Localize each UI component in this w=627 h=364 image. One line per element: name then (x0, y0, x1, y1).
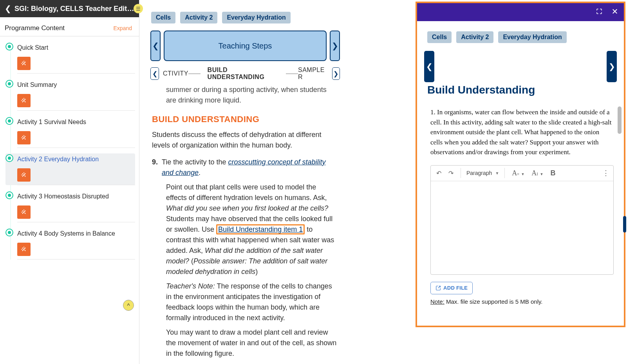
divider (17, 73, 135, 74)
divider (17, 259, 135, 259)
toc-label: Activity 2 Everyday Hydration (17, 153, 135, 165)
teachers-note: Teacher's Note: The response of the cell… (152, 281, 338, 323)
editor-toolbar: ↶ ↷ Paragraph▼ A≡ ▼ AI ▼ B ⋮ (431, 166, 613, 181)
divider (17, 148, 135, 148)
status-dot-icon (5, 43, 13, 50)
undo-icon[interactable]: ↶ (435, 168, 443, 178)
toc-item-activity2[interactable]: Activity 2 Everyday Hydration (5, 153, 135, 185)
crumb-hydration[interactable]: Everyday Hydration (498, 31, 566, 43)
redo-icon[interactable]: ↷ (447, 168, 455, 178)
chevron-down-icon: ▼ (495, 171, 499, 175)
bold-icon[interactable]: B (549, 168, 557, 178)
toc-label: Activity 4 Body Systems in Balance (17, 228, 135, 240)
step-next-button[interactable]: ❯ (330, 31, 340, 61)
launch-icon[interactable] (17, 168, 31, 182)
section-heading: BUILD UNDERSTANDING (152, 113, 338, 126)
launch-icon[interactable] (17, 243, 31, 256)
add-file-button[interactable]: ADD FILE (430, 282, 473, 294)
toc-label: Activity 3 Homeostasis Disrupted (17, 191, 135, 202)
toc-item-activity1[interactable]: Activity 1 Survival Needs (5, 116, 135, 148)
sub-nav: ❮ CTIVITY BUILD UNDERSTANDING SAMPLE R ❯ (150, 67, 340, 81)
step-number: 9. (152, 157, 158, 178)
launch-icon[interactable] (17, 131, 31, 144)
toc-item-quickstart[interactable]: Quick Start (5, 42, 135, 74)
resize-handle-icon[interactable] (623, 216, 626, 232)
subnav-next-button[interactable]: ❯ (332, 67, 340, 80)
panel-nav: ❮ ❯ (417, 43, 624, 82)
subnav-center: BUILD UNDERSTANDING (208, 67, 279, 81)
toc-label: Activity 1 Survival Needs (17, 116, 135, 128)
panel-next-button[interactable]: ❯ (607, 51, 617, 82)
crumb-activity2[interactable]: Activity 2 (456, 31, 493, 43)
toc-item-unitsummary[interactable]: Unit Summary (5, 79, 135, 111)
font-size-icon[interactable]: AI ▼ (530, 168, 545, 178)
launch-icon[interactable] (17, 94, 31, 107)
build-item1-link[interactable]: Build Understanding item 1 (218, 225, 303, 233)
crumb-cells[interactable]: Cells (151, 12, 175, 23)
main-panel: Cells Activity 2 Everyday Hydration ❮ Te… (139, 0, 351, 364)
expand-button[interactable]: Expand (114, 25, 132, 31)
content-body: summer or during a sporting activity, wh… (139, 81, 351, 364)
step-title: Teaching Steps (164, 31, 327, 61)
programme-label: Programme Content (5, 24, 65, 32)
step-nav: ❮ Teaching Steps ❯ (150, 31, 340, 61)
course-title: SGI: Biology, CELLS Teacher Edition, ... (14, 5, 135, 13)
step-lead: Tie the activity to the crosscutting con… (162, 157, 338, 178)
font-icon[interactable]: A≡ ▼ (510, 168, 526, 178)
status-dot-icon (5, 229, 13, 236)
breadcrumb: Cells Activity 2 Everyday Hydration (139, 0, 351, 23)
separator (504, 168, 505, 178)
divider (17, 222, 135, 222)
status-dot-icon (5, 191, 13, 199)
close-icon[interactable] (611, 8, 618, 17)
expand-icon[interactable] (596, 8, 603, 17)
launch-icon[interactable] (17, 205, 31, 219)
divider (17, 185, 135, 185)
line-icon (286, 74, 298, 74)
subnav-left: CTIVITY (163, 70, 188, 77)
scroll-up-icon[interactable]: ^ (123, 300, 134, 311)
crumb-hydration[interactable]: Everyday Hydration (222, 12, 290, 23)
paragraph: Point out that plant cells were used to … (152, 182, 338, 277)
file-note: Note: Max. file size supported is 5 MB o… (430, 298, 624, 305)
editor-textarea[interactable] (431, 181, 613, 274)
sidebar: ❮ SGI: Biology, CELLS Teacher Edition, .… (0, 0, 139, 364)
panel-header (417, 3, 624, 21)
divider (17, 110, 135, 111)
crumb-cells[interactable]: Cells (427, 31, 452, 43)
panel-breadcrumb: Cells Activity 2 Everyday Hydration (417, 21, 624, 43)
sidebar-header: ❮ SGI: Biology, CELLS Teacher Edition, .… (0, 0, 139, 17)
question-text: 1. In organisms, water can flow between … (417, 99, 624, 157)
toc-item-activity4[interactable]: Activity 4 Body Systems in Balance (5, 228, 135, 259)
panel-prev-button[interactable]: ❮ (424, 51, 434, 82)
toc-item-activity3[interactable]: Activity 3 Homeostasis Disrupted (5, 191, 135, 222)
status-dot-icon (5, 117, 13, 125)
programme-row: Programme Content Expand (0, 17, 139, 36)
status-dot-icon (5, 80, 13, 88)
toc: Quick Start Unit Summary Activity 1 Surv… (0, 36, 139, 259)
crumb-activity2[interactable]: Activity 2 (180, 12, 217, 23)
panel-title: Build Understanding (417, 82, 624, 99)
right-panel: Cells Activity 2 Everyday Hydration ❮ ❯ … (416, 2, 625, 327)
subnav-prev-button[interactable]: ❮ (150, 67, 159, 80)
paragraph: You may want to draw a model plant cell … (152, 327, 338, 359)
status-dot-icon (5, 154, 13, 162)
launch-icon[interactable] (17, 57, 31, 70)
subnav-right: SAMPLE R (298, 67, 328, 81)
scrollbar-handle[interactable] (618, 106, 622, 134)
rich-text-editor[interactable]: ↶ ↷ Paragraph▼ A≡ ▼ AI ▼ B ⋮ (430, 165, 614, 275)
back-icon[interactable]: ❮ (2, 4, 14, 13)
more-icon[interactable]: ⋮ (602, 169, 609, 177)
paragraph-select[interactable]: Paragraph▼ (466, 170, 499, 176)
intro-text: Students discuss the effects of dehydrat… (152, 130, 338, 151)
fragment-text: summer or during a sporting activity, wh… (152, 85, 338, 106)
separator (461, 168, 461, 178)
line-icon (188, 74, 201, 74)
toc-label: Quick Start (17, 42, 135, 54)
toc-label: Unit Summary (17, 79, 135, 91)
step-prev-button[interactable]: ❮ (150, 31, 161, 61)
